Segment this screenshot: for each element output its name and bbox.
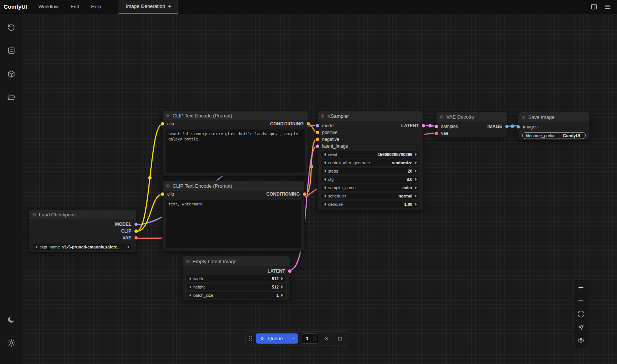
queue-list-icon[interactable] (3, 42, 20, 59)
increment-arrow-icon[interactable] (128, 245, 130, 248)
node-vae-decode[interactable]: VAE Decode samples IMAGE vae (436, 111, 507, 138)
queue-button[interactable]: Queue (256, 333, 298, 344)
collapse-dot-icon[interactable] (166, 184, 170, 188)
port-model-output[interactable] (134, 223, 138, 226)
decrement-arrow-icon[interactable] (35, 245, 37, 248)
increment-arrow-icon[interactable] (415, 194, 417, 197)
drag-handle-icon[interactable] (249, 336, 252, 341)
port-samples-input[interactable] (435, 125, 438, 128)
decrement-arrow-icon[interactable] (324, 178, 326, 181)
stepper-up-icon[interactable] (313, 336, 316, 338)
port-latent-output[interactable] (288, 270, 292, 273)
port-clip-input[interactable] (161, 193, 164, 196)
port-conditioning-output[interactable] (307, 122, 310, 126)
port-latent-image-input[interactable] (316, 145, 319, 148)
collapse-dot-icon[interactable] (440, 115, 443, 119)
node-header[interactable]: Empty Latent Image (183, 256, 290, 266)
prompt-text-area[interactable]: text, watermark (166, 200, 301, 248)
port-model-input[interactable] (316, 124, 319, 128)
toggle-link-visibility-icon[interactable] (577, 336, 585, 344)
history-icon[interactable] (3, 19, 20, 35)
play-icon (260, 336, 265, 341)
increment-arrow-icon[interactable] (415, 170, 417, 173)
prompt-text-area[interactable]: beautiful scenery nature glass bottle la… (166, 130, 305, 173)
widget-steps[interactable]: steps 20 (321, 168, 420, 174)
widget-batch-size[interactable]: batch_size 1 (187, 292, 286, 299)
increment-arrow-icon[interactable] (281, 285, 283, 288)
widget-seed[interactable]: seed 156680208700286 (321, 151, 420, 158)
node-header[interactable]: KSampler (318, 111, 423, 121)
widget-height[interactable]: height 512 (187, 284, 286, 290)
widget-width[interactable]: width 512 (187, 275, 286, 282)
collapse-dot-icon[interactable] (32, 213, 36, 216)
clear-queue-icon[interactable] (322, 334, 332, 344)
port-latent-output[interactable] (422, 124, 425, 128)
port-images-input[interactable] (517, 125, 520, 129)
hamburger-menu-icon[interactable] (602, 2, 613, 12)
increment-arrow-icon[interactable] (415, 178, 417, 181)
node-header[interactable]: Load Checkpoint (29, 210, 136, 219)
port-clip-output[interactable] (134, 230, 138, 233)
node-load-checkpoint[interactable]: Load Checkpoint MODEL CLIP VAE ckpt_name… (29, 209, 136, 252)
decrement-arrow-icon[interactable] (189, 294, 191, 297)
port-vae-output[interactable] (134, 236, 138, 240)
decrement-arrow-icon[interactable] (324, 170, 326, 173)
decrement-arrow-icon[interactable] (324, 186, 326, 189)
node-empty-latent-image[interactable]: Empty Latent Image LATENT width 512 heig… (182, 256, 290, 300)
increment-arrow-icon[interactable] (415, 186, 417, 189)
increment-arrow-icon[interactable] (415, 161, 417, 164)
widget-scheduler[interactable]: scheduler normal (321, 193, 420, 199)
decrement-arrow-icon[interactable] (189, 285, 191, 288)
settings-gear-icon[interactable] (3, 335, 20, 351)
widget-denoise[interactable]: denoise 1.00 (321, 201, 420, 208)
menu-workflow[interactable]: Workflow (32, 0, 65, 14)
node-ksampler[interactable]: KSampler model LATENT positive negative … (317, 111, 424, 210)
widget-filename-prefix[interactable]: filename_prefix ComfyUI (522, 132, 586, 139)
node-clip-text-encode-negative[interactable]: CLIP Text Encode (Prompt) clip CONDITION… (162, 180, 305, 251)
node-library-icon[interactable] (3, 66, 20, 82)
decrement-arrow-icon[interactable] (189, 277, 191, 280)
tab-image-generation[interactable]: Image Generation (119, 0, 178, 14)
decrement-arrow-icon[interactable] (324, 153, 326, 156)
batch-count-input[interactable]: 1 (302, 333, 318, 344)
increment-arrow-icon[interactable] (415, 203, 417, 206)
queue-options-chevron-icon[interactable] (287, 333, 298, 344)
decrement-arrow-icon[interactable] (324, 161, 326, 164)
port-image-output[interactable] (505, 125, 509, 128)
zoom-in-icon[interactable] (577, 283, 585, 292)
collapse-dot-icon[interactable] (321, 114, 324, 118)
fit-view-icon[interactable] (577, 310, 585, 318)
widget-ckpt-name[interactable]: ckpt_name v1-5-pruned-emaonly.safete... (33, 244, 132, 250)
decrement-arrow-icon[interactable] (324, 203, 326, 206)
toggle-panel-icon[interactable] (588, 2, 600, 12)
widget-control-after-generate[interactable]: control_after_generate randomize (321, 159, 420, 166)
node-header[interactable]: Save Image (518, 112, 589, 122)
workflows-folder-icon[interactable] (3, 89, 20, 106)
collapse-dot-icon[interactable] (522, 116, 525, 119)
widget-cfg[interactable]: cfg 8.0 (321, 176, 420, 183)
menu-edit[interactable]: Edit (65, 0, 85, 14)
port-clip-input[interactable] (161, 122, 164, 126)
menu-help[interactable]: Help (85, 0, 107, 14)
port-positive-input[interactable] (316, 131, 319, 134)
node-header[interactable]: VAE Decode (437, 112, 507, 122)
stepper-down-icon[interactable] (313, 339, 316, 341)
zoom-out-icon[interactable] (577, 296, 585, 305)
collapse-dot-icon[interactable] (186, 260, 190, 263)
increment-arrow-icon[interactable] (415, 153, 417, 156)
increment-arrow-icon[interactable] (281, 277, 283, 280)
stop-icon[interactable] (335, 334, 345, 344)
widget-sampler-name[interactable]: sampler_name euler (321, 184, 420, 191)
port-negative-input[interactable] (316, 138, 319, 141)
node-save-image[interactable]: Save Image images filename_prefix ComfyU… (518, 112, 590, 140)
node-header[interactable]: CLIP Text Encode (Prompt) (163, 111, 308, 120)
theme-moon-icon[interactable] (3, 311, 20, 328)
node-clip-text-encode-positive[interactable]: CLIP Text Encode (Prompt) clip CONDITION… (162, 110, 308, 176)
node-header[interactable]: CLIP Text Encode (Prompt) (163, 181, 304, 191)
decrement-arrow-icon[interactable] (324, 194, 326, 197)
increment-arrow-icon[interactable] (281, 294, 283, 297)
pan-mode-icon[interactable] (577, 323, 585, 331)
collapse-dot-icon[interactable] (166, 114, 170, 117)
port-conditioning-output[interactable] (303, 193, 306, 196)
port-vae-input[interactable] (435, 132, 438, 135)
